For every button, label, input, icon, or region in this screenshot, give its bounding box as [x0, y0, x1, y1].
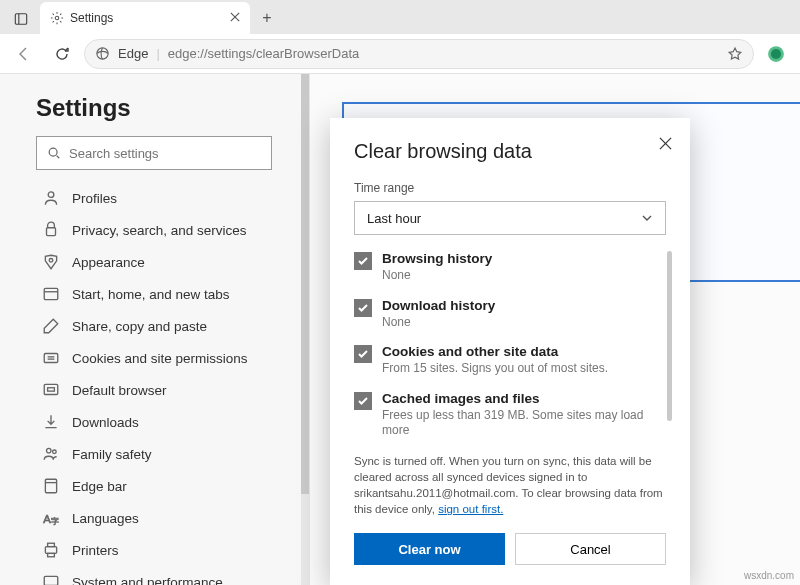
sidebar-item-label: Languages: [72, 511, 139, 526]
svg-rect-26: [45, 547, 56, 554]
sidebar-item-label: Edge bar: [72, 479, 127, 494]
svg-point-20: [47, 448, 52, 453]
sidebar-item[interactable]: Appearance: [36, 246, 305, 278]
svg-rect-0: [15, 14, 26, 25]
tab-title: Settings: [70, 11, 113, 25]
refresh-button[interactable]: [46, 38, 78, 70]
sidebar-item-label: Share, copy and paste: [72, 319, 207, 334]
close-button[interactable]: [654, 132, 676, 154]
svg-rect-29: [44, 576, 58, 585]
svg-rect-27: [48, 543, 55, 546]
option-label: Browsing history: [382, 251, 492, 266]
favorite-icon[interactable]: [727, 46, 743, 62]
sidebar-item[interactable]: Start, home, and new tabs: [36, 278, 305, 310]
sidebar-item[interactable]: Edge bar: [36, 470, 305, 502]
search-settings-input[interactable]: [36, 136, 272, 170]
sidebar-item[interactable]: Printers: [36, 534, 305, 566]
back-button[interactable]: [8, 38, 40, 70]
svg-rect-19: [48, 388, 55, 391]
options-scrollbar[interactable]: [667, 251, 672, 421]
option-label: Cookies and other site data: [382, 344, 608, 359]
data-type-option[interactable]: Browsing history None: [354, 251, 666, 284]
sidebar-item-icon: [42, 317, 60, 335]
sidebar-item-label: Start, home, and new tabs: [72, 287, 230, 302]
data-type-option[interactable]: Cookies and other site data From 15 site…: [354, 344, 666, 377]
svg-rect-15: [44, 354, 58, 363]
sidebar-item-label: Appearance: [72, 255, 145, 270]
profile-avatar[interactable]: [760, 38, 792, 70]
sidebar-item-icon: [42, 541, 60, 559]
data-type-option[interactable]: Download history None: [354, 298, 666, 331]
time-range-select[interactable]: Last hour: [354, 201, 666, 235]
watermark: wsxdn.com: [744, 570, 794, 581]
svg-text:A: A: [43, 513, 51, 525]
sidebar-item-icon: A字: [42, 509, 60, 527]
sidebar-item[interactable]: Profiles: [36, 182, 305, 214]
option-sublabel: From 15 sites. Signs you out of most sit…: [382, 361, 608, 377]
sidebar-item-label: Cookies and site permissions: [72, 351, 248, 366]
cancel-button[interactable]: Cancel: [515, 533, 666, 565]
chevron-down-icon: [641, 212, 653, 224]
sidebar-item[interactable]: A字 Languages: [36, 502, 305, 534]
settings-sidebar: Settings Profiles Privacy, search, and s…: [0, 74, 310, 585]
svg-rect-22: [45, 479, 56, 493]
svg-point-2: [55, 16, 59, 20]
page-title: Settings: [36, 94, 305, 122]
sidebar-item-label: Privacy, search, and services: [72, 223, 247, 238]
option-sublabel: None: [382, 315, 495, 331]
svg-point-10: [48, 192, 54, 198]
svg-point-8: [49, 148, 57, 156]
sidebar-item-label: Default browser: [72, 383, 167, 398]
sidebar-item-label: System and performance: [72, 575, 223, 586]
option-label: Download history: [382, 298, 495, 313]
clear-browsing-data-dialog: Clear browsing data Time range Last hour…: [330, 118, 690, 585]
sidebar-item-icon: [42, 381, 60, 399]
checkbox[interactable]: [354, 252, 372, 270]
scrollbar-thumb[interactable]: [301, 74, 309, 494]
sidebar-item-icon: [42, 253, 60, 271]
close-tab-icon[interactable]: [230, 11, 240, 25]
svg-point-7: [771, 48, 781, 58]
option-sublabel: Frees up less than 319 MB. Some sites ma…: [382, 408, 666, 439]
dialog-title: Clear browsing data: [354, 140, 666, 163]
sidebar-item-label: Printers: [72, 543, 119, 558]
sidebar-item[interactable]: System and performance: [36, 566, 305, 585]
sidebar-item[interactable]: Cookies and site permissions: [36, 342, 305, 374]
sidebar-item[interactable]: Family safety: [36, 438, 305, 470]
data-type-list: Browsing history None Download history N…: [354, 251, 666, 439]
checkbox[interactable]: [354, 345, 372, 363]
checkbox[interactable]: [354, 299, 372, 317]
profile-label: Edge: [118, 46, 148, 61]
svg-line-9: [57, 156, 60, 159]
clear-now-button[interactable]: Clear now: [354, 533, 505, 565]
tab-actions-button[interactable]: [6, 4, 36, 34]
browser-tab[interactable]: Settings: [40, 2, 250, 34]
checkbox[interactable]: [354, 392, 372, 410]
option-label: Cached images and files: [382, 391, 666, 406]
svg-rect-28: [48, 553, 55, 556]
sidebar-item[interactable]: Share, copy and paste: [36, 310, 305, 342]
sidebar-item-icon: [42, 349, 60, 367]
time-range-label: Time range: [354, 181, 666, 195]
sidebar-item-icon: [42, 285, 60, 303]
sidebar-item-icon: [42, 477, 60, 495]
sidebar-item-icon: [42, 413, 60, 431]
sidebar-item[interactable]: Privacy, search, and services: [36, 214, 305, 246]
sync-note: Sync is turned off. When you turn on syn…: [354, 453, 666, 517]
option-sublabel: None: [382, 268, 492, 284]
sidebar-item[interactable]: Downloads: [36, 406, 305, 438]
sidebar-item[interactable]: Default browser: [36, 374, 305, 406]
toolbar: Edge | edge://settings/clearBrowserData: [0, 34, 800, 74]
new-tab-button[interactable]: +: [250, 2, 284, 34]
svg-rect-11: [47, 228, 56, 236]
data-type-option[interactable]: Cached images and files Frees up less th…: [354, 391, 666, 439]
sign-out-link[interactable]: sign out first.: [438, 503, 503, 515]
svg-point-21: [53, 450, 57, 454]
sidebar-item-label: Profiles: [72, 191, 117, 206]
sidebar-item-icon: [42, 189, 60, 207]
sidebar-item-icon: [42, 573, 60, 585]
gear-icon: [50, 11, 64, 25]
svg-rect-18: [44, 384, 58, 394]
search-icon: [47, 146, 61, 160]
address-bar[interactable]: Edge | edge://settings/clearBrowserData: [84, 39, 754, 69]
